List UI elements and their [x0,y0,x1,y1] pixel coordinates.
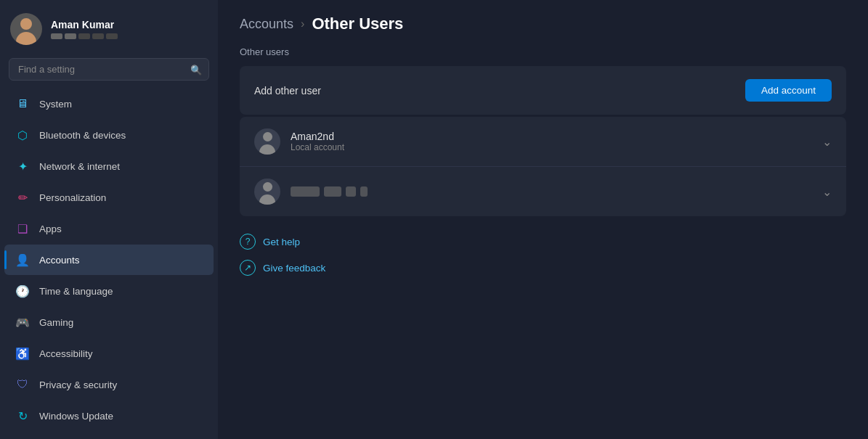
sidebar-item-windowsupdate[interactable]: ↻ Windows Update [4,401,214,431]
search-box[interactable]: 🔍 [9,58,209,81]
sidebar-item-label: System [39,99,72,110]
gaming-icon: 🎮 [15,314,31,330]
breadcrumb: Accounts › Other Users [240,15,846,33]
user-row-sub: Local account [291,142,812,152]
give-feedback-icon: ↗ [240,260,256,276]
bluetooth-icon: ⬡ [15,127,31,143]
search-input[interactable] [9,58,209,81]
sidebar-item-privacy[interactable]: 🛡 Privacy & security [4,369,214,400]
chevron-down-icon: ⌄ [822,135,832,149]
add-user-label: Add other user [254,85,321,97]
sidebar-item-network[interactable]: ✦ Network & internet [4,151,214,181]
sidebar-item-apps[interactable]: ❑ Apps [4,213,214,244]
user-row-info [291,186,812,197]
sidebar-item-label: Apps [39,223,62,234]
sidebar-item-gaming[interactable]: 🎮 Gaming [4,307,214,337]
breadcrumb-link[interactable]: Accounts [240,17,293,32]
avatar [10,13,42,45]
section-label: Other users [240,46,846,57]
add-account-button[interactable]: Add account [745,79,832,102]
sidebar-item-label: Bluetooth & devices [39,130,126,141]
accessibility-icon: ♿ [15,345,31,361]
avatar [254,128,280,155]
search-icon: 🔍 [190,64,202,75]
windowsupdate-icon: ↻ [15,408,31,424]
system-icon: 🖥 [15,96,31,112]
sidebar-item-label: Windows Update [39,411,113,422]
sidebar-item-system[interactable]: 🖥 System [4,89,214,119]
help-link-label: Get help [263,237,300,247]
sidebar-item-label: Privacy & security [39,379,117,390]
sidebar-item-personalization[interactable]: ✏ Personalization [4,182,214,213]
sidebar-item-label: Gaming [39,317,73,328]
breadcrumb-separator: › [301,17,304,30]
user-row[interactable]: Aman2nd Local account ⌄ [240,117,846,166]
sidebar-item-label: Accounts [39,255,80,266]
network-icon: ✦ [15,158,31,174]
help-section: ? Get help ↗ Give feedback [240,231,846,279]
sidebar-item-label: Accessibility [39,348,93,359]
user-row[interactable]: ⌄ [240,167,846,216]
help-link-label: Give feedback [263,263,325,274]
time-icon: 🕐 [15,283,31,299]
add-user-card: Add other user Add account [240,66,846,115]
privacy-icon: 🛡 [15,377,31,393]
sidebar: Aman Kumar 🔍 🖥 System ⬡ Bluetooth & devi… [0,0,218,439]
sidebar-item-bluetooth[interactable]: ⬡ Bluetooth & devices [4,120,214,150]
accounts-icon: 👤 [15,252,31,268]
get-help-icon: ? [240,234,256,250]
user-info: Aman Kumar [51,19,118,39]
user-profile[interactable]: Aman Kumar [0,0,218,55]
user-row-name: Aman2nd [291,131,812,142]
sidebar-item-accounts[interactable]: 👤 Accounts [4,245,214,275]
sidebar-item-label: Personalization [39,192,106,203]
users-list: Aman2nd Local account ⌄ ⌄ [240,117,846,216]
chevron-down-icon: ⌄ [822,185,832,199]
redacted-name [291,186,812,197]
avatar [254,179,280,205]
sidebar-item-label: Network & internet [39,161,120,172]
sidebar-item-time[interactable]: 🕐 Time & language [4,276,214,306]
sidebar-item-accessibility[interactable]: ♿ Accessibility [4,338,214,369]
apps-icon: ❑ [15,221,31,237]
sidebar-item-label: Time & language [39,286,113,297]
help-link-get-help[interactable]: ? Get help [240,231,846,253]
nav-list: 🖥 System ⬡ Bluetooth & devices ✦ Network… [0,88,218,432]
user-name: Aman Kumar [51,19,118,30]
help-link-give-feedback[interactable]: ↗ Give feedback [240,257,846,279]
breadcrumb-current: Other Users [312,15,403,33]
main-content: Accounts › Other Users Other users Add o… [218,0,868,439]
personalization-icon: ✏ [15,189,31,205]
user-row-info: Aman2nd Local account [291,131,812,152]
user-dots [51,33,118,39]
add-user-row: Add other user Add account [240,66,846,115]
